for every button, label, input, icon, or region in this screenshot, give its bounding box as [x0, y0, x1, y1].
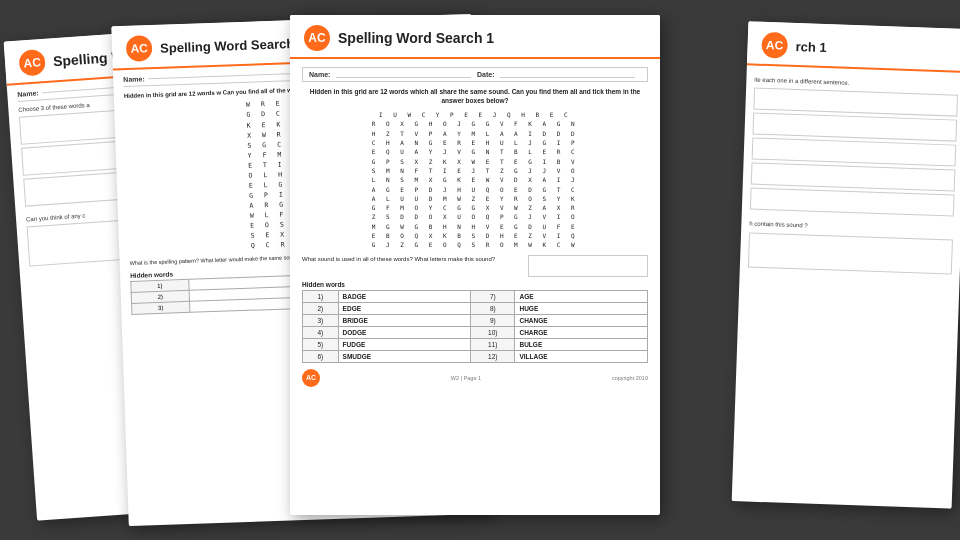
table-row: 4) DODGE 10) CHARGE: [303, 326, 648, 338]
ws-center-footer: AC W2 | Page 1 copyright 2019: [302, 369, 648, 387]
ws-left-logo-text: AC: [23, 55, 41, 70]
ws-center-hidden-words-label: Hidden words: [302, 281, 648, 288]
ws-right-header: AC rch 1: [747, 21, 960, 73]
ws-center-body: Name: Date: Hidden in this grid are 12 w…: [290, 59, 660, 395]
ws-right-title: rch 1: [795, 38, 827, 54]
word-num-1: 1): [303, 290, 339, 302]
ws-right-contain-box: [748, 232, 953, 274]
word-12: VILLAGE: [515, 350, 648, 362]
footer-logo: AC: [302, 369, 320, 387]
word-num-6: 6): [303, 350, 339, 362]
word-num-4: 4): [303, 326, 339, 338]
word-5: FUDGE: [338, 338, 471, 350]
worksheet-right: AC rch 1 ite each one in a different sen…: [732, 21, 960, 508]
ws-right-logo: AC: [761, 32, 788, 59]
ws-center-logo: AC: [304, 25, 330, 51]
word-3: BRIDGE: [338, 314, 471, 326]
ws-center-instruction: Hidden in this grid are 12 words which a…: [302, 87, 648, 105]
word-num-9: 9): [471, 314, 515, 326]
ws-right-answer-4: [751, 163, 956, 192]
word-num-2: 2): [303, 302, 339, 314]
word-9: CHANGE: [515, 314, 648, 326]
ws-mid-left-name-label: Name:: [123, 75, 145, 83]
word-2: EDGE: [338, 302, 471, 314]
ws-right-body: ite each one in a different sentence. h …: [740, 65, 960, 283]
ws-center-grid: I U W C Y P E E J Q H B E C R O X G H O …: [302, 110, 648, 249]
ws-mid-left-logo: AC: [126, 35, 153, 62]
word-num-8: 8): [471, 302, 515, 314]
table-row: 3) BRIDGE 9) CHANGE: [303, 314, 648, 326]
footer-page: W2 | Page 1: [451, 375, 481, 381]
ws-center-sound-question-text: What sound is used in all of these words…: [302, 255, 520, 263]
ws-right-answer-2: [752, 113, 957, 142]
word-num-10: 10): [471, 326, 515, 338]
ws-center-name-label: Name:: [309, 71, 330, 78]
ws-mid-left-logo-text: AC: [130, 41, 148, 56]
ws-center-sound-answer-box[interactable]: [528, 255, 648, 277]
table-row: 6) SMUDGE 12) VILLAGE: [303, 350, 648, 362]
word-4: DODGE: [338, 326, 471, 338]
word-1: BADGE: [338, 290, 471, 302]
hw-num-3: 3): [132, 301, 190, 314]
ws-right-logo-text: AC: [766, 38, 784, 53]
word-num-12: 12): [471, 350, 515, 362]
ws-mid-left-title: Spelling Word Search: [160, 36, 295, 56]
word-7: AGE: [515, 290, 648, 302]
word-8: HUGE: [515, 302, 648, 314]
word-num-5: 5): [303, 338, 339, 350]
footer-logo-text: AC: [306, 374, 316, 381]
word-num-11: 11): [471, 338, 515, 350]
ws-center-sound-question-row: What sound is used in all of these words…: [302, 255, 648, 277]
ws-center-header: AC Spelling Word Search 1: [290, 15, 660, 59]
ws-center-words-table: 1) BADGE 7) AGE 2) EDGE 8) HUGE 3) BRIDG…: [302, 290, 648, 363]
worksheet-center: AC Spelling Word Search 1 Name: Date: Hi…: [290, 15, 660, 515]
word-num-7: 7): [471, 290, 515, 302]
ws-center-date-label: Date:: [477, 71, 495, 78]
ws-center-title: Spelling Word Search 1: [338, 30, 494, 46]
table-row: 1) BADGE 7) AGE: [303, 290, 648, 302]
ws-left-name-label: Name:: [17, 89, 39, 97]
table-row: 2) EDGE 8) HUGE: [303, 302, 648, 314]
ws-right-answer-5: [750, 188, 955, 217]
word-num-3: 3): [303, 314, 339, 326]
ws-center-name-date-row: Name: Date:: [302, 67, 648, 82]
ws-right-answer-3: [752, 138, 957, 167]
ws-left-logo: AC: [18, 49, 46, 77]
ws-center-logo-text: AC: [308, 31, 325, 45]
scene: AC Spelling Word S Name: Choose 3 of the…: [0, 0, 960, 540]
ws-right-answer-1: [753, 88, 958, 117]
table-row: 5) FUDGE 11) BULGE: [303, 338, 648, 350]
footer-copyright: copyright 2019: [612, 375, 648, 381]
word-11: BULGE: [515, 338, 648, 350]
word-6: SMUDGE: [338, 350, 471, 362]
word-10: CHARGE: [515, 326, 648, 338]
